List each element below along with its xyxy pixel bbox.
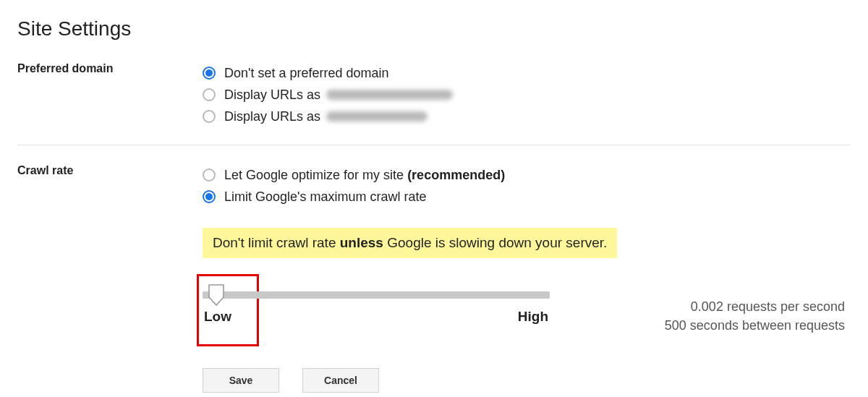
radio-icon (203, 67, 216, 80)
stat-requests-value: 0.002 (691, 299, 723, 314)
radio-icon (203, 88, 216, 101)
radio-icon (203, 110, 216, 123)
radio-label-suffix: (recommended) (407, 168, 505, 182)
radio-crawl-limit[interactable]: Limit Google's maximum crawl rate (203, 186, 851, 208)
section-label-crawl-rate: Crawl rate (17, 164, 203, 177)
slider-high-label: High (518, 309, 548, 325)
section-body-preferred-domain: Don't set a preferred domain Display URL… (203, 62, 851, 127)
radio-preferred-none[interactable]: Don't set a preferred domain (203, 62, 851, 84)
section-body-crawl-rate: Let Google optimize for my site (recomme… (203, 164, 851, 393)
stat-seconds-label: seconds between requests (686, 318, 845, 333)
radio-crawl-optimize[interactable]: Let Google optimize for my site (recomme… (203, 164, 851, 186)
section-crawl-rate: Crawl rate Let Google optimize for my si… (17, 145, 851, 393)
warning-pre: Don't limit crawl rate (213, 235, 340, 250)
save-button[interactable]: Save (203, 368, 279, 393)
radio-icon (203, 168, 216, 182)
slider-low-label: Low (204, 309, 231, 325)
cancel-button[interactable]: Cancel (302, 368, 379, 393)
section-label-preferred-domain: Preferred domain (17, 62, 203, 75)
redacted-domain (326, 90, 453, 100)
radio-label: Display URLs as (224, 109, 320, 124)
crawl-rate-slider-area: Low High 0.002 requests per second 500 s… (203, 278, 851, 357)
radio-label-text: Let Google optimize for my site (224, 168, 404, 182)
site-settings-page: Site Settings Preferred domain Don't set… (0, 0, 868, 393)
radio-icon (203, 190, 216, 203)
warning-bold: unless (340, 235, 383, 250)
radio-label: Limit Google's maximum crawl rate (224, 189, 427, 205)
warning-post: Google is slowing down your server. (383, 235, 607, 250)
crawl-rate-slider[interactable] (203, 291, 550, 299)
redacted-domain (326, 111, 427, 121)
crawl-rate-stats: 0.002 requests per second 500 seconds be… (612, 278, 851, 335)
radio-preferred-root[interactable]: Display URLs as (203, 106, 851, 127)
radio-label: Display URLs as (224, 87, 320, 103)
radio-label: Let Google optimize for my site (recomme… (224, 168, 505, 183)
stat-seconds-value: 500 (665, 318, 686, 333)
radio-preferred-www[interactable]: Display URLs as (203, 84, 851, 106)
stat-requests-label: requests per second (723, 299, 845, 314)
action-buttons: Save Cancel (203, 368, 851, 393)
page-title: Site Settings (17, 17, 851, 40)
crawl-rate-warning: Don't limit crawl rate unless Google is … (203, 228, 617, 258)
radio-label: Don't set a preferred domain (224, 66, 389, 81)
section-preferred-domain: Preferred domain Don't set a preferred d… (17, 62, 851, 127)
